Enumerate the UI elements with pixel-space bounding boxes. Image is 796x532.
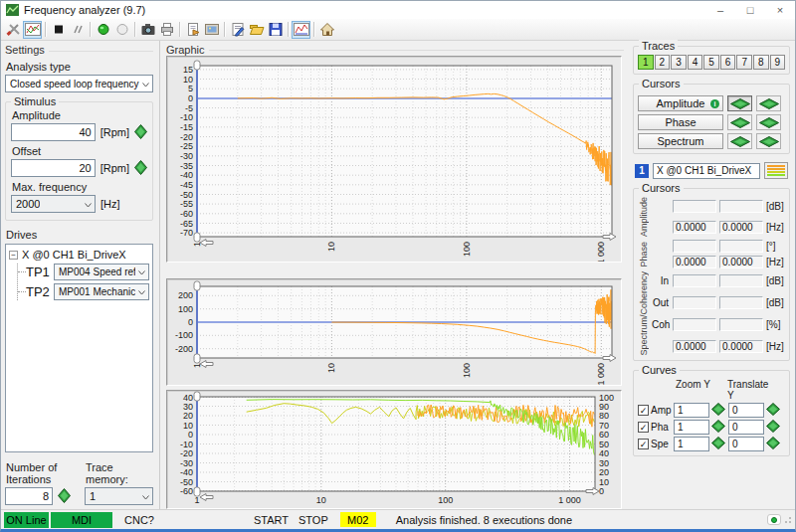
trace-button-4[interactable]: 4: [688, 55, 703, 70]
amplitude-cursor-right-button[interactable]: [756, 95, 781, 111]
show-graph-icon[interactable]: [292, 21, 310, 39]
spectrum-coherence-chart[interactable]: 403020100-10-20-30-40-50-601009080706050…: [166, 390, 622, 509]
frequency-analysis-icon[interactable]: [23, 21, 42, 39]
chevron-down-icon: [85, 198, 92, 210]
svg-text:0: 0: [599, 486, 604, 496]
amp-db-value-1: [673, 200, 716, 213]
info-icon: i: [710, 99, 719, 108]
pha-translate-input[interactable]: 0: [728, 420, 764, 435]
spectrum-cursor-button[interactable]: Spectrum: [638, 133, 723, 149]
pha-deg-value-2: [719, 240, 763, 253]
phase-cursor-button[interactable]: Phase: [638, 114, 723, 130]
amp-zoom-apply-icon[interactable]: [711, 403, 726, 418]
offset-unit: [Rpm]: [100, 162, 129, 174]
spe-checkbox[interactable]: ✓: [638, 439, 649, 449]
amp-translate-input[interactable]: 0: [728, 403, 764, 418]
phase-cursor-right-button[interactable]: [756, 114, 781, 130]
svg-text:5: 5: [188, 84, 193, 93]
pha-checkbox[interactable]: ✓: [638, 422, 649, 433]
camera-icon[interactable]: [138, 21, 157, 39]
tools-icon[interactable]: [4, 21, 23, 39]
svg-text:-30: -30: [180, 151, 193, 161]
amplitude-chart[interactable]: 151050-5-10-15-20-25-30-35-40-45-50-55-6…: [166, 56, 622, 263]
amplitude-input[interactable]: 40: [11, 123, 96, 141]
close-button[interactable]: ×: [765, 1, 795, 19]
spe-zoom-input[interactable]: 1: [674, 437, 709, 451]
svg-text:-20: -20: [180, 448, 193, 458]
offset-input[interactable]: 20: [11, 159, 96, 177]
pha-zoom-input[interactable]: 1: [674, 420, 709, 435]
spe-hz-value-2: 0.0000: [719, 340, 763, 353]
spe-hz-value-1: 0.0000: [673, 340, 716, 353]
analysis-type-select[interactable]: Closed speed loop frequency analysis: [5, 75, 153, 92]
disable-icon[interactable]: [68, 21, 87, 39]
tp1-label: TP1: [26, 265, 54, 279]
trace-memory-select[interactable]: 1: [85, 487, 153, 505]
led-off-icon[interactable]: [112, 21, 131, 39]
minimize-button[interactable]: –: [705, 1, 735, 19]
tree-collapse-icon[interactable]: −: [9, 251, 18, 260]
trace-button-9[interactable]: 9: [770, 55, 786, 70]
pha-translate-apply-icon[interactable]: [766, 420, 781, 435]
stop-icon[interactable]: [49, 21, 68, 39]
trace-button-1[interactable]: 1: [638, 55, 654, 70]
printer-icon[interactable]: [157, 21, 176, 39]
status-bar: ON Line MDI CNC? START STOP M02 Analysis…: [1, 509, 795, 529]
svg-text:1 000: 1 000: [558, 495, 581, 505]
phase-chart[interactable]: 2001000-100-2001101001 000: [166, 278, 622, 386]
traces-group: Traces 1 2 3 4 5 6 7 8 9: [633, 46, 790, 75]
home-icon[interactable]: [317, 21, 336, 39]
spe-translate-apply-icon[interactable]: [766, 437, 781, 451]
trace-button-5[interactable]: 5: [703, 55, 719, 70]
tp1-select[interactable]: MP004 Speed reference: [54, 264, 149, 280]
phase-cursor-left-button[interactable]: [727, 114, 752, 130]
trace-button-2[interactable]: 2: [655, 55, 671, 70]
tree-connector: [18, 291, 26, 292]
svg-text:50: 50: [599, 440, 609, 449]
system-properties-icon[interactable]: [202, 21, 221, 39]
spectrum-cursor-left-button[interactable]: [727, 133, 752, 149]
trace-button-7[interactable]: 7: [736, 55, 752, 70]
m02-badge: M02: [340, 512, 376, 527]
svg-text:-35: -35: [180, 161, 193, 171]
stop-status: STOP: [298, 514, 328, 526]
trace-button-8[interactable]: 8: [753, 55, 769, 70]
max-frequency-select[interactable]: 2000: [11, 195, 96, 213]
amplitude-valid-indicator-icon: [134, 124, 147, 141]
save-file-icon[interactable]: [266, 21, 285, 39]
svg-text:0: 0: [188, 430, 193, 440]
trace-name-field[interactable]: X @0 CH1 Bi_DriveX: [653, 163, 760, 179]
trace-button-6[interactable]: 6: [720, 55, 736, 70]
maximize-button[interactable]: □: [735, 1, 765, 19]
amp-hz-value-1: 0.0000: [673, 221, 716, 234]
svg-text:-10: -10: [180, 440, 193, 449]
amp-translate-apply-icon[interactable]: [766, 403, 781, 418]
trace-button-3[interactable]: 3: [671, 55, 687, 70]
spe-zoom-apply-icon[interactable]: [711, 437, 726, 451]
amp-zoom-input[interactable]: 1: [674, 403, 709, 418]
svg-text:1 000: 1 000: [596, 242, 606, 262]
svg-text:-65: -65: [180, 219, 193, 229]
drives-label: Drives: [6, 229, 153, 241]
tp2-label: TP2: [26, 284, 54, 299]
pha-zoom-apply-icon[interactable]: [711, 420, 726, 435]
led-on-icon[interactable]: [94, 21, 112, 39]
coh-label: Coh: [652, 319, 670, 330]
pha-curve-row: ✓Pha 1 0: [638, 420, 785, 435]
drive-node[interactable]: − X @0 CH1 Bi_DriveX: [9, 249, 149, 261]
spe-curve-row: ✓Spe 1 0: [638, 437, 785, 451]
spectrum-cursor-right-button[interactable]: [756, 133, 781, 149]
svg-text:200: 200: [178, 290, 193, 300]
spe-translate-input[interactable]: 0: [728, 437, 764, 451]
export-document-icon[interactable]: [183, 21, 202, 39]
report-icon[interactable]: [228, 21, 247, 39]
resize-grip: [784, 514, 792, 526]
open-file-icon[interactable]: [247, 21, 266, 39]
iterations-input[interactable]: 8: [5, 487, 53, 505]
amp-checkbox[interactable]: ✓: [638, 405, 649, 416]
curves-group: Curves Zoom Y Translate Y ✓Amp 1 0 ✓Pha …: [633, 370, 790, 456]
amplitude-cursor-left-button[interactable]: [727, 95, 752, 111]
tp2-select[interactable]: MP001 Mechanical motor sp: [54, 283, 149, 300]
amplitude-cursor-button[interactable]: Amplitude i: [638, 95, 723, 111]
trace-colors-button[interactable]: [764, 162, 788, 179]
